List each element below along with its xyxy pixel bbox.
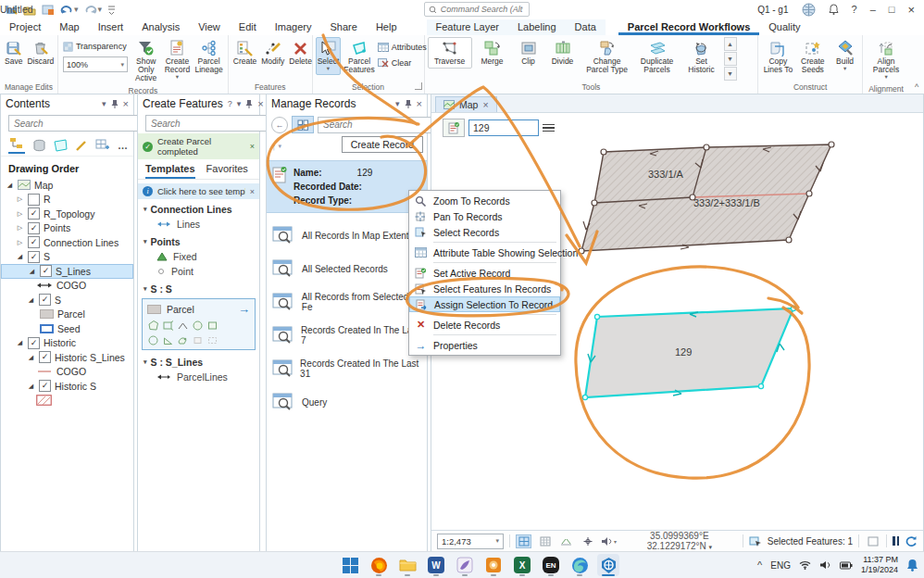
close-panel-icon[interactable]: × xyxy=(257,98,263,109)
taskbar-language-app[interactable]: EN xyxy=(540,554,562,576)
expand-icon[interactable]: ▷ xyxy=(16,195,24,203)
tools-gallery-scroll[interactable]: ▲ ▼ ▼ xyxy=(724,37,737,81)
select-tool-button[interactable]: Select ▾ xyxy=(316,37,342,75)
expand-icon[interactable]: ◢ xyxy=(16,339,24,346)
dismiss-banner-icon[interactable]: × xyxy=(250,187,255,196)
overview-icon[interactable] xyxy=(865,534,880,548)
polygon-tool-icon[interactable] xyxy=(147,320,159,332)
tab-feature-layer[interactable]: Feature Layer xyxy=(427,19,508,35)
layer-historic-s[interactable]: ◢ ✓ Historic S xyxy=(1,379,133,394)
query-all-selected-records[interactable]: All Selected Records xyxy=(267,252,427,285)
close-panel-icon[interactable]: × xyxy=(417,98,422,109)
autocomplete-tool-icon[interactable] xyxy=(162,320,174,332)
ellipse-tool-icon[interactable] xyxy=(147,334,159,346)
templates-info-banner[interactable]: i Click here to see templat × xyxy=(138,183,259,199)
layer-connection-lines[interactable]: ▷ ✓ Connection Lines xyxy=(1,235,133,250)
pin-icon[interactable] xyxy=(405,99,412,108)
gallery-down-icon[interactable]: ▼ xyxy=(724,52,737,66)
volume-icon[interactable] xyxy=(819,560,831,570)
modify-feature-button[interactable]: Modify xyxy=(259,37,286,69)
tab-share[interactable]: Share xyxy=(321,19,367,35)
tab-parcel-record-workflows[interactable]: Parcel Record Workflows xyxy=(618,19,759,35)
list-by-selection-icon[interactable] xyxy=(54,139,68,152)
tab-favorites[interactable]: Favorites xyxy=(206,163,248,179)
menu-properties[interactable]: → Properties xyxy=(409,337,560,353)
template-parcellines[interactable]: ParcelLines xyxy=(138,370,259,384)
discard-edits-button[interactable]: Discard xyxy=(25,37,56,69)
layer-s-group[interactable]: ◢ ✓ S xyxy=(1,250,133,265)
tab-quality[interactable]: Quality xyxy=(759,19,809,35)
parcel-features-button[interactable]: Parcel Features xyxy=(342,37,377,77)
layer-checkbox[interactable]: ✓ xyxy=(40,265,52,277)
layer-points[interactable]: ▷ ✓ Points xyxy=(1,221,133,236)
layer-checkbox[interactable]: ✓ xyxy=(39,351,51,363)
menu-delete-records[interactable]: ✕ Delete Records xyxy=(409,317,560,333)
help-icon[interactable]: ? xyxy=(852,4,857,15)
tab-edit[interactable]: Edit xyxy=(230,19,266,35)
restore-button[interactable]: □ xyxy=(889,4,895,15)
taskbar-firefox[interactable] xyxy=(368,554,390,576)
layer-checkbox[interactable]: ✓ xyxy=(28,236,40,248)
query-records-created-last-31[interactable]: Records Created In The Last 31 xyxy=(267,352,427,385)
parcel-lineage-button[interactable]: Parcel Lineage xyxy=(193,37,224,77)
map-coordinates[interactable]: 35.0999369°E 32.1229172°N ▾ xyxy=(622,531,737,551)
right-angle-tool-icon[interactable] xyxy=(162,334,174,346)
expand-icon[interactable]: ◢ xyxy=(27,383,35,390)
expand-icon[interactable]: ▷ xyxy=(16,224,24,232)
signed-in-account[interactable]: Q1 - g1 xyxy=(757,5,788,15)
circle-tool-icon[interactable] xyxy=(192,320,204,332)
transparency-value-combo[interactable]: 100%▾ xyxy=(63,57,128,72)
audio-feedback-icon[interactable]: ▾ xyxy=(601,534,617,548)
layer-checkbox[interactable]: ✓ xyxy=(39,380,51,392)
redo-button[interactable]: ▾ xyxy=(84,4,103,15)
taskbar-photos[interactable] xyxy=(482,554,505,576)
template-lines[interactable]: Lines xyxy=(138,217,259,232)
panel-menu-icon[interactable]: ▾ xyxy=(102,99,106,108)
menu-select-features-in-records[interactable]: Select Features In Records xyxy=(409,281,560,296)
taskbar-excel[interactable]: X xyxy=(511,554,533,576)
clear-selection-button[interactable]: Clear xyxy=(378,57,427,69)
pause-drawing-icon[interactable] xyxy=(893,536,899,546)
copy-lines-to-button[interactable]: Copy Lines To xyxy=(761,37,794,77)
tab-templates[interactable]: Templates xyxy=(145,163,195,179)
parcel-template-card[interactable]: Parcel → xyxy=(142,298,256,350)
list-by-snapping-icon[interactable] xyxy=(95,139,110,152)
menu-assign-selection-to-record[interactable]: Assign Selection To Record xyxy=(409,296,560,312)
layer-historic-s-lines[interactable]: ◢ ✓ Historic S_Lines xyxy=(1,350,133,365)
layer-checkbox[interactable]: ✓ xyxy=(28,337,40,349)
query-custom[interactable]: Query xyxy=(267,385,427,419)
grid-icon[interactable] xyxy=(537,534,553,548)
clock[interactable]: 11:37 PM 1/19/2024 xyxy=(861,555,898,575)
layer-checkbox[interactable]: ✓ xyxy=(28,207,40,220)
expand-icon[interactable]: ◢ xyxy=(28,268,36,275)
tab-analysis[interactable]: Analysis xyxy=(132,19,189,35)
show-only-active-button[interactable]: Show Only Active xyxy=(131,37,161,85)
view-records-grid-button[interactable] xyxy=(292,116,314,133)
rectangle-tool-icon[interactable] xyxy=(206,320,219,332)
set-historic-button[interactable]: Set Historic xyxy=(681,37,722,77)
tray-expand-icon[interactable]: ^ xyxy=(757,559,762,571)
list-by-drawing-order-icon[interactable] xyxy=(8,137,25,154)
panel-menu-icon[interactable]: ▾ xyxy=(237,99,242,108)
angle-line-tool-icon[interactable] xyxy=(177,320,189,332)
pin-icon[interactable] xyxy=(245,99,253,108)
active-record-card[interactable]: Name:129 Recorded Date: Record Type: xyxy=(267,160,427,213)
map-view-tab[interactable]: Map × xyxy=(435,96,497,112)
language-indicator[interactable]: ENG xyxy=(770,560,791,571)
tab-imagery[interactable]: Imagery xyxy=(266,19,321,35)
undo-button[interactable]: ▾ xyxy=(60,4,79,15)
merge-button[interactable]: Merge xyxy=(473,37,512,69)
selection-dialog-launcher[interactable] xyxy=(415,82,422,90)
taskbar-design-app[interactable] xyxy=(454,554,476,576)
expand-icon[interactable]: ◢ xyxy=(16,253,24,260)
tab-insert[interactable]: Insert xyxy=(89,19,133,35)
close-view-icon[interactable]: × xyxy=(482,99,488,110)
query-all-records-in-map-extent[interactable]: All Records In Map Extent xyxy=(267,219,427,252)
layer-historic-group[interactable]: ◢ ✓ Historic xyxy=(1,336,133,351)
group-points[interactable]: ▾ Points xyxy=(138,232,259,249)
close-panel-icon[interactable]: × xyxy=(123,98,129,109)
query-records-created-last-7[interactable]: Records Created In The Last 7 xyxy=(267,319,427,352)
create-features-search-input[interactable] xyxy=(149,118,277,130)
expand-icon[interactable]: ▷ xyxy=(16,210,24,218)
expand-icon[interactable]: ◢ xyxy=(27,296,35,304)
